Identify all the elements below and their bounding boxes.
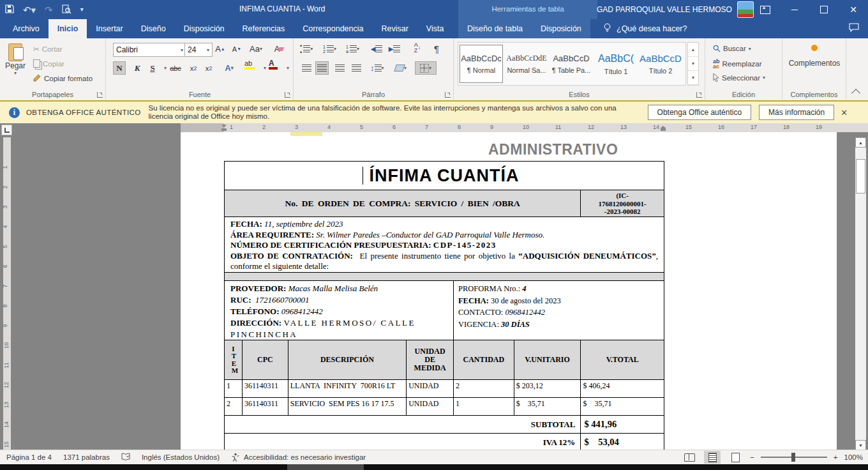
tab-referencias[interactable]: Referencias (234, 19, 294, 38)
select-button[interactable]: Seleccionar▾ (713, 73, 765, 82)
h-ruler-number: 17 (751, 124, 757, 130)
save-icon[interactable] (5, 4, 14, 15)
font-family-combobox[interactable]: Calibri▾ (113, 43, 186, 57)
bullets-button[interactable]: ••▾ (299, 42, 314, 56)
styles-scroll-down[interactable]: ▼ (688, 57, 698, 71)
tab-stop-selector[interactable] (1, 125, 12, 135)
line-spacing-button[interactable]: ↕▾ (369, 61, 385, 75)
style-table-pa[interactable]: AaBbCcD ¶ Table Pa... (550, 45, 592, 83)
borders-button[interactable]: ▾ (415, 61, 437, 75)
addins-button[interactable]: Complementos (782, 45, 846, 68)
get-genuine-office-button[interactable]: Obtenga Office auténtico (648, 105, 752, 120)
message-bar-close-icon[interactable]: ✕ (841, 108, 848, 118)
close-button[interactable]: ✕ (839, 0, 868, 19)
italic-button[interactable]: K (130, 61, 145, 75)
redo-icon[interactable]: ↷ (45, 5, 53, 15)
restore-button[interactable] (809, 0, 839, 19)
multilevel-list-button[interactable]: 1a▾ (345, 42, 361, 56)
increase-indent-button[interactable]: ▶ (387, 42, 402, 56)
zoom-slider-thumb[interactable] (791, 453, 795, 462)
print-preview-icon[interactable] (62, 4, 71, 15)
style-normal-sa[interactable]: AaBbCcDdE Normal Sa... (505, 45, 548, 83)
more-info-button[interactable]: Más información (759, 105, 834, 120)
document-page[interactable]: ADMINISTRATIVO ÍNFIMA CUANTÍA No. DE ORD… (181, 132, 837, 450)
parrafo-dialog-launcher[interactable] (445, 92, 451, 98)
tab-diseno[interactable]: Diseño (132, 19, 175, 38)
scroll-down-button[interactable]: ▼ (855, 440, 866, 450)
shading-button[interactable]: ▾ (393, 61, 408, 75)
clear-formatting-button[interactable]: A (271, 42, 287, 56)
collapse-ribbon-icon[interactable] (851, 89, 860, 98)
order-details-cell: FECHA: 11, septiembre del 2023 ÁREA REQU… (225, 217, 664, 272)
strikethrough-button[interactable]: abc (168, 61, 183, 75)
tab-disposicion[interactable]: Disposición (175, 19, 234, 38)
subscript-button[interactable]: x2 (186, 61, 201, 75)
styles-more-button[interactable]: ▼ (688, 71, 698, 85)
find-button[interactable]: Buscar▾ (713, 45, 751, 52)
highlight-button[interactable]: ab (243, 60, 258, 73)
tab-insertar[interactable]: Insertar (87, 19, 131, 38)
undo-icon[interactable]: ↶▾ (23, 5, 36, 15)
page-indicator[interactable]: Página 1 de 4 (6, 453, 52, 461)
minimize-button[interactable]: ─ (780, 0, 809, 19)
justify-button[interactable] (348, 61, 364, 75)
font-size-combobox[interactable]: 24▾ (184, 43, 213, 57)
show-marks-button[interactable]: ¶ (429, 42, 444, 56)
word-count[interactable]: 1371 palabras (63, 453, 110, 461)
zoom-level[interactable]: 100% (844, 453, 863, 461)
paste-button[interactable]: Pegar ▾ (5, 43, 26, 76)
styles-scroll-up[interactable]: ▲ (688, 43, 698, 57)
tab-archivo[interactable]: Archivo (4, 19, 49, 38)
tell-me-box[interactable]: ¿Qué desea hacer? (603, 19, 687, 38)
print-layout-button[interactable] (704, 451, 721, 464)
numbering-button[interactable]: 12▾ (322, 42, 338, 56)
tab-revisar[interactable]: Revisar (372, 19, 417, 38)
replace-button[interactable]: abac Reemplazar (713, 59, 762, 69)
shrink-font-button[interactable]: A▼ (229, 42, 244, 56)
scrollbar-thumb[interactable] (856, 159, 865, 193)
tab-disposicion-tabla[interactable]: Disposición (532, 19, 590, 38)
style-normal[interactable]: AaBbCcDc ¶ Normal (460, 45, 503, 83)
format-painter-button[interactable]: Copiar formato (33, 74, 93, 82)
replace-label: Reemplazar (722, 60, 762, 68)
estilos-dialog-launcher[interactable] (696, 92, 702, 98)
zoom-slider[interactable] (761, 453, 827, 462)
superscript-button[interactable]: x2 (201, 61, 216, 75)
grow-font-button[interactable]: A▲ (213, 42, 228, 56)
account-area[interactable]: GAD PARROQUIAL VALLE HERMOSO (597, 0, 754, 19)
portapapeles-dialog-launcher[interactable] (97, 92, 103, 98)
copy-button[interactable]: Copiar (33, 59, 64, 68)
tab-diseno-de-tabla[interactable]: Diseño de tabla (458, 19, 532, 38)
customize-qat-icon[interactable]: ▾ (80, 6, 84, 13)
tab-correspondencia[interactable]: Correspondencia (294, 19, 372, 38)
fuente-dialog-launcher[interactable] (285, 92, 290, 98)
style-titulo-1[interactable]: AaBbC( Título 1 (595, 45, 637, 83)
align-center-button[interactable] (315, 61, 329, 75)
ribbon-display-options-button[interactable] (751, 0, 780, 19)
zoom-out-button[interactable]: − (750, 453, 754, 461)
read-mode-button[interactable] (681, 451, 698, 464)
comments-icon[interactable] (849, 23, 859, 34)
web-layout-icon (731, 453, 740, 462)
sort-button[interactable]: AZ↓ (410, 41, 425, 54)
proofing-icon[interactable] (121, 453, 130, 462)
text-effects-button[interactable]: A▾ (221, 61, 237, 75)
align-right-button[interactable] (332, 61, 347, 75)
vertical-scrollbar[interactable]: ▲ ▼ (855, 137, 866, 450)
cut-button[interactable]: ✂ Cortar (33, 45, 63, 54)
horizontal-ruler[interactable]: 12345678910111213141516171819 (181, 123, 853, 132)
change-case-button[interactable]: Aa▾ (248, 42, 264, 56)
left-indent-marker[interactable] (221, 125, 227, 131)
tab-vista[interactable]: Vista (417, 19, 453, 38)
decrease-indent-button[interactable]: ◀ (369, 42, 384, 56)
web-layout-button[interactable] (727, 451, 744, 464)
language-indicator[interactable]: Inglés (Estados Unidos) (142, 453, 220, 461)
zoom-in-button[interactable]: + (834, 453, 838, 461)
style-titulo-2[interactable]: AaBbCcD Título 2 (640, 45, 682, 83)
align-left-button[interactable] (299, 61, 314, 75)
tab-inicio[interactable]: Inicio (49, 19, 87, 38)
accessibility-status[interactable]: Accesibilidad: es necesario investigar (244, 453, 366, 461)
scroll-up-button[interactable]: ▲ (855, 137, 866, 148)
vertical-ruler[interactable]: 123456789101112131415 (3, 137, 11, 470)
bold-button[interactable]: N (113, 61, 126, 75)
